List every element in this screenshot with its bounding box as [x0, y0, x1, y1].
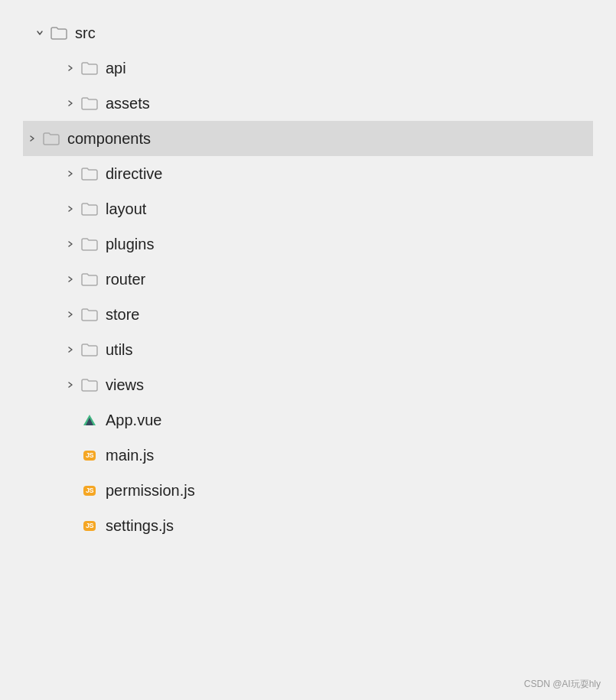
- item-label-app-vue: App.vue: [106, 412, 161, 428]
- folder-icon: [80, 164, 99, 184]
- chevron-right-icon: [61, 59, 80, 77]
- item-label-store: store: [106, 307, 139, 322]
- chevron-right-icon: [23, 129, 41, 148]
- tree-item-utils[interactable]: utils: [23, 332, 593, 367]
- folder-icon: [80, 199, 99, 219]
- chevron-right-icon: [61, 164, 80, 183]
- folder-icon: [41, 129, 61, 148]
- chevron-right-icon: [61, 376, 80, 394]
- tree-item-store[interactable]: store: [23, 297, 593, 332]
- js-file-icon: JS: [80, 480, 99, 500]
- item-label-utils: utils: [106, 342, 133, 357]
- chevron-right-icon: [61, 340, 80, 359]
- tree-item-main-js[interactable]: JS main.js: [23, 438, 593, 473]
- folder-icon: [80, 269, 99, 289]
- chevron-right-icon: [61, 200, 80, 218]
- tree-item-permission-js[interactable]: JS permission.js: [23, 473, 593, 508]
- chevron-right-icon: [61, 235, 80, 253]
- folder-icon: [80, 304, 99, 324]
- folder-icon: [80, 340, 99, 360]
- tree-item-plugins[interactable]: plugins: [23, 226, 593, 262]
- tree-item-directive[interactable]: directive: [23, 156, 593, 191]
- chevron-right-icon: [61, 270, 80, 288]
- tree-item-settings-js[interactable]: JS settings.js: [23, 508, 593, 543]
- item-label-router: router: [106, 272, 145, 287]
- folder-icon: [49, 23, 69, 43]
- js-file-icon: JS: [80, 445, 99, 465]
- item-label-permission-js: permission.js: [106, 483, 195, 498]
- item-label-main-js: main.js: [106, 448, 154, 463]
- js-badge: JS: [83, 451, 96, 461]
- folder-icon: [80, 93, 99, 113]
- folder-icon: [80, 375, 99, 395]
- item-label-views: views: [106, 377, 144, 392]
- chevron-right-icon: [61, 305, 80, 324]
- tree-item-assets[interactable]: assets: [23, 86, 593, 121]
- item-label-settings-js: settings.js: [106, 518, 174, 533]
- tree-item-src[interactable]: src: [23, 15, 593, 50]
- js-badge: JS: [83, 486, 96, 496]
- item-label-layout: layout: [106, 201, 146, 217]
- file-tree: src api assets components: [23, 15, 593, 543]
- item-label-api: api: [106, 60, 126, 76]
- tree-item-api[interactable]: api: [23, 50, 593, 86]
- folder-icon: [80, 58, 99, 78]
- item-label-assets: assets: [106, 96, 150, 111]
- tree-item-components[interactable]: components: [23, 121, 593, 156]
- chevron-right-icon: [61, 94, 80, 112]
- item-label-components: components: [67, 131, 151, 146]
- js-file-icon: JS: [80, 516, 99, 536]
- watermark: CSDN @AI玩耍hly: [524, 678, 601, 691]
- tree-item-app-vue[interactable]: App.vue: [23, 402, 593, 438]
- vue-icon: [80, 410, 99, 430]
- js-badge: JS: [83, 521, 96, 531]
- item-label-directive: directive: [106, 166, 162, 181]
- src-label: src: [75, 25, 96, 41]
- folder-icon: [80, 234, 99, 254]
- tree-item-views[interactable]: views: [23, 367, 593, 402]
- tree-item-layout[interactable]: layout: [23, 191, 593, 226]
- chevron-down-icon: [31, 24, 49, 42]
- item-label-plugins: plugins: [106, 236, 154, 252]
- tree-item-router[interactable]: router: [23, 262, 593, 297]
